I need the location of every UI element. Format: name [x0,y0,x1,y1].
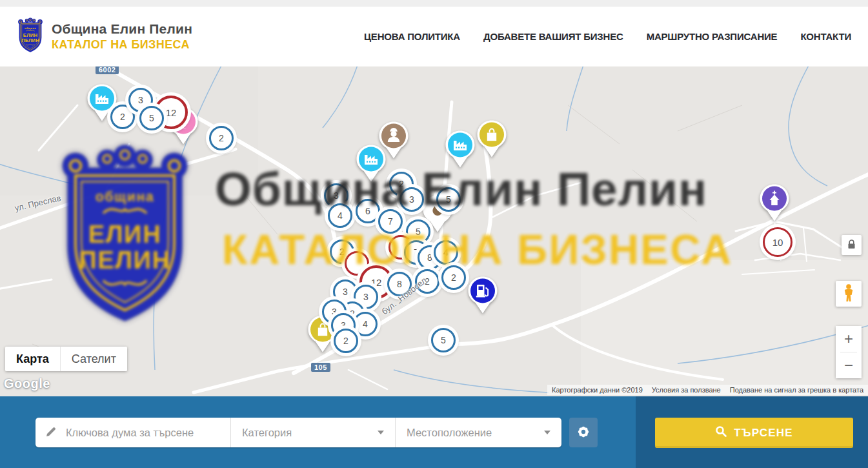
crest-name-line2: ПЕЛИН [21,37,39,43]
map-type-map-button[interactable]: Карта [5,347,60,371]
map-attribution: Картографски данни ©2019 Условия за полз… [547,385,868,395]
cluster-marker[interactable]: 2 [334,329,358,353]
main-nav: ЦЕНОВА ПОЛИТИКА ДОБАВЕТЕ ВАШИЯТ БИЗНЕС М… [364,31,851,42]
brand[interactable]: община ЕЛИН ПЕЛИН Община Елин Пелин КАТА… [17,17,192,56]
church-category-pin[interactable] [759,183,790,222]
street-label: ул. Преслав [14,193,62,213]
map-type-satellite-button[interactable]: Сателит [60,347,127,371]
search-button-label: ТЪРСЕНЕ [734,427,793,440]
keyword-field-wrap [35,418,230,447]
header: община ЕЛИН ПЕЛИН Община Елин Пелин КАТА… [0,6,868,66]
church-icon [759,183,790,222]
search-bar-section: Категория Местоположение ТЪРСЕНЕ [0,396,868,468]
lock-control-button[interactable] [842,235,862,255]
category-select-label: Категория [242,427,292,439]
pencil-icon [45,425,57,440]
cluster-marker[interactable]: 2 [441,265,466,290]
crest-top-text: община [25,26,36,30]
cluster-marker[interactable]: 4 [434,240,458,265]
road-number-badge: 6002 [96,66,119,74]
road-number-badge: 105 [311,363,330,372]
cluster-marker[interactable]: 7 [378,209,403,234]
bag-category-pin[interactable] [476,119,507,158]
cluster-marker[interactable]: 3 [399,187,424,212]
cluster-marker[interactable]: 10 [763,227,792,257]
nav-add-your-business[interactable]: ДОБАВЕТЕ ВАШИЯТ БИЗНЕС [483,31,623,42]
keyword-search-input[interactable] [65,426,221,440]
window-top-strip [0,0,868,6]
search-icon [715,425,727,440]
search-submit-button[interactable]: ТЪРСЕНЕ [655,418,853,448]
google-map[interactable]: 6002105ул. Преславбул. „Новосел122352346… [0,66,868,396]
site-subtitle: КАТАЛОГ НА БИЗНЕСА [52,38,192,52]
chevron-down-icon [544,431,550,434]
zoom-in-button[interactable]: + [836,326,862,352]
fuel-category-pin[interactable] [467,276,498,314]
chevron-down-icon [378,431,384,434]
cluster-marker[interactable]: 6 [356,199,380,223]
gear-icon [576,425,590,441]
bag-icon [476,119,507,158]
map-type-control: Карта Сателит [5,347,127,371]
search-form: Категория Местоположение [35,418,561,447]
zoom-control: + − [836,326,862,378]
lock-icon [847,239,856,251]
fuel-icon [467,276,498,314]
municipality-crest-logo: община ЕЛИН ПЕЛИН [17,17,44,56]
map-markers-layer: 6002105ул. Преславбул. „Новосел122352346… [0,66,868,396]
nav-contacts[interactable]: КОНТАКТИ [800,31,851,42]
cluster-marker[interactable]: 2 [209,126,234,150]
factory-icon [445,130,476,168]
google-logo[interactable]: Google [4,376,50,391]
factory-category-pin[interactable] [445,130,476,168]
advanced-search-gear-button[interactable] [569,418,598,447]
cluster-marker[interactable]: 5 [139,106,164,130]
factory-category-pin[interactable] [356,144,387,183]
site-title: Община Елин Пелин [52,21,192,37]
factory-icon [356,144,387,183]
cluster-marker[interactable]: 5 [431,328,456,352]
pegman-icon [842,283,856,305]
nav-pricing-policy[interactable]: ЦЕНОВА ПОЛИТИКА [364,31,460,42]
terms-of-use-link[interactable]: Условия за ползване [647,386,725,394]
crest-icon: община ЕЛИН ПЕЛИН [17,17,44,54]
zoom-out-button[interactable]: − [836,352,862,378]
nav-route-schedule[interactable]: МАРШРУТНО РАЗПИСАНИЕ [647,31,778,42]
map-data-copyright: Картографски данни ©2019 [547,386,647,394]
page: община ЕЛИН ПЕЛИН Община Елин Пелин КАТА… [0,0,868,468]
location-select-label: Местоположение [407,427,492,439]
category-select[interactable]: Категория [230,418,395,447]
cluster-marker[interactable]: 5 [436,187,461,212]
report-map-error-link[interactable]: Подаване на сигнал за грешка в картата [725,386,868,394]
cluster-marker[interactable]: 4 [328,203,352,228]
street-view-pegman-button[interactable] [836,281,862,307]
cluster-marker[interactable]: 4 [353,312,378,336]
location-select[interactable]: Местоположение [395,418,561,447]
